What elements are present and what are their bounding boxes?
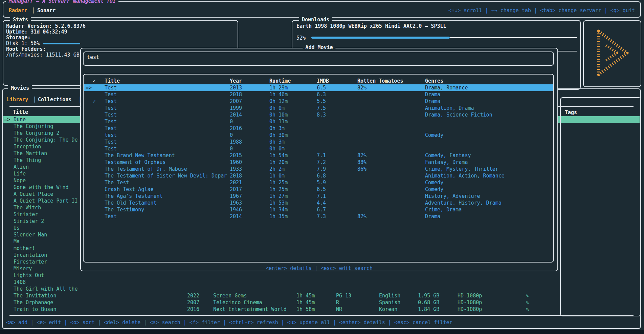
col-year: Year xyxy=(230,78,242,84)
logo-panel xyxy=(583,20,641,87)
result-runtime-cell: 2h 2m xyxy=(269,166,285,172)
result-year-cell: 1988 xyxy=(230,139,242,145)
result-runtime-cell: 1h 25m xyxy=(269,179,288,186)
file-studio-cell: Telecinco Cinema xyxy=(213,299,262,306)
search-result-row[interactable]: Test19880h 3m xyxy=(84,139,553,145)
search-result-row[interactable]: The Testament of Dr. Mabuse19332h 2m7.98… xyxy=(84,166,553,172)
result-year-cell: 1963 xyxy=(230,200,242,206)
result-genres-cell: Crime, Mystery, Thriller xyxy=(425,166,498,172)
search-result-row[interactable]: test00h 30mComedy xyxy=(84,132,553,139)
result-title-cell: Test xyxy=(105,111,117,118)
search-result-row[interactable]: Crash Test Aglae20171h 25m6.5Comedy xyxy=(84,186,553,193)
result-year-cell: 2013 xyxy=(230,84,242,91)
pencil-icon: ✎ xyxy=(526,306,529,313)
result-runtime-cell: 1h 35m xyxy=(269,213,288,220)
file-quality-cell: HD-1080p xyxy=(458,292,482,299)
movies-panel-title: Movies xyxy=(8,85,32,91)
storage-label: Storage: xyxy=(6,35,86,41)
result-title-cell: The Old Testament xyxy=(105,200,157,206)
search-result-row[interactable]: Test00h 11m xyxy=(84,118,553,125)
col-imdb: IMDB xyxy=(317,78,329,84)
result-title-cell: Test xyxy=(105,139,117,145)
result-imdb-cell: 5.5 xyxy=(317,98,326,105)
movie-title: The Conjuring xyxy=(14,123,53,130)
movie-list-item[interactable]: 1408 xyxy=(3,279,640,286)
result-title-cell: Testament of Orpheus xyxy=(105,159,166,166)
search-result-row[interactable]: The Brand New Testament20151h 54m7.182%C… xyxy=(84,152,553,159)
result-genres-cell: Drama xyxy=(425,213,440,220)
movie-list-item[interactable]: Lights Out xyxy=(3,272,640,279)
download-percent: 52% xyxy=(296,35,306,41)
result-genres-cell: Comedy xyxy=(425,179,443,186)
pencil-icon: ✎ xyxy=(526,292,529,299)
result-imdb-cell: 7.1 xyxy=(317,193,326,200)
result-genres-cell: Drama, Romance xyxy=(425,84,468,91)
result-runtime-cell: 1h 20m xyxy=(269,159,288,166)
movie-title: A Quiet Place xyxy=(14,191,53,197)
tab-radarr[interactable]: Radarr xyxy=(9,7,27,14)
radarr-version: Radarr Version: 5.2.6.8376 xyxy=(6,23,86,29)
result-rotten-tomatoes-cell: 82% xyxy=(357,152,367,159)
search-result-row[interactable]: The Test20211h 25m5.9Comedy xyxy=(84,179,553,186)
search-result-row[interactable]: Test20140h 10m8.3Drama, Science Fiction xyxy=(84,111,553,118)
result-runtime-cell: 0h 3m xyxy=(269,139,285,145)
tab-library[interactable]: Library xyxy=(7,97,28,103)
search-result-row[interactable]: The Testimony19461h 34m6.7Crime, Drama xyxy=(84,206,553,213)
result-year-cell: 2018 xyxy=(230,172,242,179)
tab-collections[interactable]: Collections xyxy=(38,97,71,103)
movies-title-column-header: Title xyxy=(13,109,28,115)
tab-sonarr[interactable]: Sonarr xyxy=(37,7,55,14)
modal-keybind-hints: <enter> details | <esc> edit search xyxy=(81,265,557,271)
search-result-row[interactable]: Test20181h 46m6.3Drama xyxy=(84,91,553,98)
movie-file-row[interactable]: 2007Telecinco Cinema1h 45mRSpanish0.68 G… xyxy=(3,299,544,306)
search-result-row[interactable]: The Old Testament19631h 53m4.4Adventure,… xyxy=(84,200,553,206)
root-folder-value: /nfs/movies: 11511.43 GB xyxy=(6,52,86,58)
result-genres-cell: Comedy xyxy=(425,132,443,139)
result-runtime-cell: 1h 54m xyxy=(269,152,288,159)
result-runtime-cell: 0h 10m xyxy=(269,111,288,118)
tags-panel: Tags xyxy=(560,97,641,316)
movie-search-input[interactable] xyxy=(86,54,548,61)
root-folders-label: Root Folders: xyxy=(6,46,86,52)
movie-title: Sinister 2 xyxy=(14,218,44,225)
movie-file-row[interactable]: 2016Next Entertainment World1h 58mNRKore… xyxy=(3,306,544,313)
result-imdb-cell: 7.3 xyxy=(317,213,326,220)
search-result-row[interactable]: Test19990h 0m7.5Animation, Drama xyxy=(84,105,553,111)
search-result-row[interactable]: ✓Test20070h 12m5.5Drama xyxy=(84,98,553,105)
checkmark-icon: ✓ xyxy=(93,98,96,105)
file-year-cell: 2022 xyxy=(187,292,199,299)
search-result-row[interactable]: Test20160h 3m xyxy=(84,125,553,132)
results-header-row: ✓ Title Year Runtime IMDB Rotten Tomatoe… xyxy=(84,78,553,84)
downloads-panel-title: Downloads xyxy=(299,17,332,23)
result-runtime-cell: 1h 25m xyxy=(269,186,288,193)
movie-file-row[interactable]: 2022Screen Gems1h 45mPG-13English1.95 GB… xyxy=(3,292,544,299)
selection-marker: => xyxy=(4,116,13,123)
uptime: Uptime: 31d 04:32:49 xyxy=(6,29,86,35)
movie-title: Slender Man xyxy=(14,231,47,238)
search-result-row[interactable]: The Aga's Testament19671h 27m7.1History,… xyxy=(84,193,553,200)
search-result-row[interactable]: Test00h 0m xyxy=(84,145,553,152)
pencil-icon: ✎ xyxy=(526,299,529,306)
movie-title: The Thing xyxy=(14,157,41,164)
result-year-cell: 2016 xyxy=(230,125,242,132)
search-result-row[interactable]: Test20141h 35m7.382%Drama xyxy=(84,213,553,220)
file-lang-cell: Korean xyxy=(379,306,397,313)
result-runtime-cell: 0h 30m xyxy=(269,132,288,139)
result-runtime-cell: 0h 12m xyxy=(269,98,288,105)
movie-list-item[interactable]: The Girl with All the xyxy=(3,286,640,292)
result-title-cell: Test xyxy=(105,105,117,111)
result-rotten-tomatoes-cell: 88% xyxy=(357,159,367,166)
result-title-cell: The Testament of Dr. Mabuse xyxy=(105,166,187,172)
search-result-row[interactable]: Testament of Orpheus19601h 20m7.288%Fant… xyxy=(84,159,553,166)
result-year-cell: 1967 xyxy=(230,193,242,200)
disk-usage-bar xyxy=(43,43,80,44)
movie-title: Gone with the Wind xyxy=(14,184,69,191)
result-title-cell: The Testament of Sister New Devil: Depar xyxy=(105,172,227,179)
search-result-row[interactable]: =>Test20131h 29m6.582%Drama, Romance xyxy=(84,84,553,91)
file-runtime-cell: 1h 58m xyxy=(296,306,315,313)
download-item-title: Earth 1998 1080p WEBRip x265 Hindi AAC2.… xyxy=(296,23,446,29)
search-result-row[interactable]: The Testament of Sister New Devil: Depar… xyxy=(84,172,553,179)
top-bar: Managarr – A Servarr management TUI Rada… xyxy=(3,1,641,18)
result-title-cell: Test xyxy=(105,118,117,125)
search-results-table: ✓ Title Year Runtime IMDB Rotten Tomatoe… xyxy=(83,74,554,263)
